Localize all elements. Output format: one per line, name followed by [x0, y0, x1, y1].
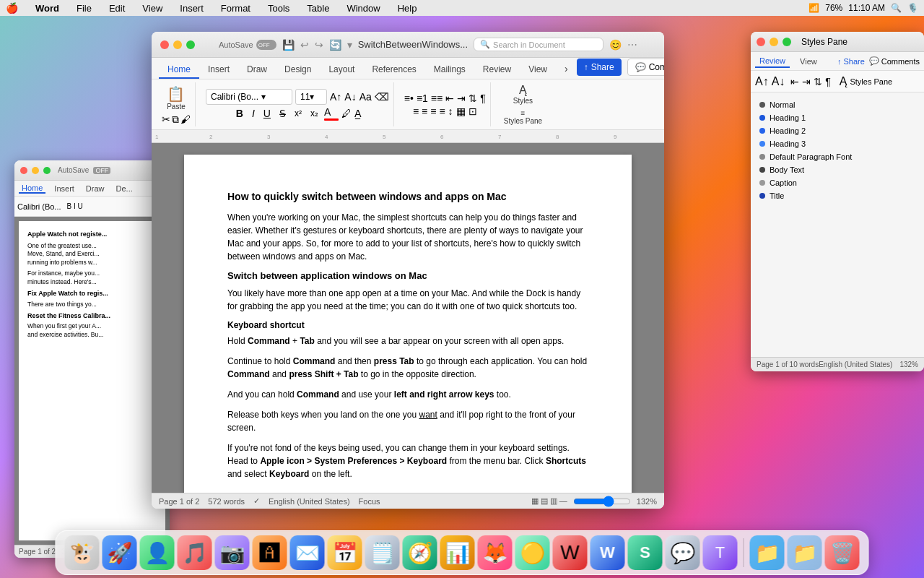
sort-button[interactable]: ⇅ — [468, 92, 477, 104]
minimize-btn[interactable] — [173, 40, 182, 49]
font-selector[interactable]: Calibri (Bo... ▾ — [206, 89, 292, 105]
align-right-button[interactable]: ≡ — [430, 105, 436, 117]
copy-icon[interactable]: ⧉ — [172, 113, 179, 126]
dock-calendar[interactable]: 📅 — [328, 535, 362, 570]
font-color-button[interactable]: A — [324, 106, 339, 121]
bg-maximize-btn[interactable] — [43, 167, 51, 174]
dock-word-app[interactable]: W — [590, 535, 625, 570]
tab-review[interactable]: Review — [474, 61, 520, 79]
tab-home[interactable]: Home — [159, 61, 199, 79]
dock-teams[interactable]: T — [703, 535, 738, 570]
bg-tab-draw[interactable]: Draw — [83, 184, 108, 193]
bold-button[interactable]: B — [233, 106, 246, 121]
tab-insert[interactable]: Insert — [199, 61, 238, 79]
tab-mailings[interactable]: Mailings — [425, 61, 474, 79]
autosave-toggle[interactable]: OFF — [256, 40, 276, 50]
decrease-indent-button[interactable]: ⇤ — [445, 92, 454, 104]
bg-tab-home[interactable]: Home — [19, 184, 45, 194]
shading-para-button[interactable]: ▦ — [456, 105, 466, 117]
font-grow-icon[interactable]: A↑ — [330, 91, 341, 103]
menu-tools[interactable]: Tools — [265, 3, 292, 14]
tab-references[interactable]: References — [363, 61, 424, 79]
bg-close-btn[interactable] — [20, 167, 27, 174]
dock-chrome[interactable]: 🟡 — [515, 535, 550, 570]
siri-icon[interactable]: 🎙️ — [907, 3, 918, 13]
dock-appstore[interactable]: 🅰 — [253, 535, 287, 570]
tab-view[interactable]: View — [520, 61, 556, 79]
sp-tab-view[interactable]: View — [796, 56, 821, 67]
tab-design[interactable]: Design — [276, 61, 320, 79]
dock-word[interactable]: W — [553, 535, 588, 570]
sp-tab-review[interactable]: Review — [755, 55, 790, 68]
document-area[interactable]: How to quickly switch between windows an… — [152, 143, 664, 493]
font-aa-icon[interactable]: Aa — [359, 91, 372, 103]
line-spacing-button[interactable]: ↕ — [448, 105, 453, 117]
style-title[interactable]: Title — [757, 189, 918, 202]
italic-button[interactable]: I — [249, 106, 258, 121]
format-painter-icon[interactable]: 🖌 — [180, 113, 191, 126]
bg-minimize-btn[interactable] — [32, 167, 39, 174]
sp-minimize-btn[interactable] — [770, 38, 778, 46]
styles-button[interactable]: Ą Styles — [510, 82, 536, 106]
more-icon[interactable]: ⋯ — [627, 39, 637, 51]
dock-excel[interactable]: 📊 — [440, 535, 475, 570]
dock-photos[interactable]: 📷 — [215, 535, 250, 570]
share-button[interactable]: ↑ Share — [577, 59, 622, 76]
smiley-icon[interactable]: 😊 — [609, 39, 622, 51]
dock-contacts[interactable]: 👤 — [140, 535, 175, 570]
dock-safari[interactable]: 🧭 — [403, 535, 437, 570]
menu-format[interactable]: Format — [218, 3, 253, 14]
align-left-button[interactable]: ≡ — [413, 105, 419, 117]
bullets-button[interactable]: ≡• — [404, 92, 414, 104]
toolbar-save-icon[interactable]: 💾 — [282, 39, 295, 51]
justify-button[interactable]: ≡ — [439, 105, 445, 117]
shading-button[interactable]: A̲ — [354, 108, 362, 119]
dock-spotify[interactable]: S — [628, 535, 663, 570]
bg-tab-design[interactable]: De... — [113, 184, 136, 193]
show-formatting-button[interactable]: ¶ — [480, 92, 486, 104]
dock-folder2[interactable]: 📁 — [788, 535, 822, 570]
search-box[interactable]: 🔍 Search in Document — [474, 38, 603, 51]
focus-btn[interactable]: Focus — [359, 497, 380, 506]
dock-trash[interactable]: 🗑️ — [825, 535, 860, 570]
maximize-btn[interactable] — [186, 40, 195, 49]
toolbar-undo-icon[interactable]: ↩ — [300, 39, 309, 51]
sp-para-icon[interactable]: ¶ — [825, 76, 831, 87]
style-default[interactable]: Default Paragraph Font — [757, 150, 918, 163]
paste-button[interactable]: 📋 Paste — [164, 84, 188, 112]
tab-layout[interactable]: Layout — [320, 61, 363, 79]
text-highlight-button[interactable]: 🖊 — [341, 108, 352, 119]
dock-folder1[interactable]: 📁 — [750, 535, 785, 570]
menu-help[interactable]: Help — [395, 3, 420, 14]
cut-icon[interactable]: ✂ — [162, 113, 170, 126]
sp-share-btn[interactable]: ↑ Share — [837, 56, 865, 66]
toolbar-redo-icon[interactable]: ↪ — [315, 39, 323, 51]
sp-styles-icon[interactable]: Ą — [840, 75, 847, 88]
close-btn[interactable] — [160, 40, 169, 49]
sp-sort-icon[interactable]: ⇅ — [814, 76, 822, 87]
bg-font[interactable]: Calibri (Bo... — [17, 202, 61, 211]
sp-close-btn[interactable] — [757, 38, 765, 46]
superscript-button[interactable]: x² — [292, 107, 305, 120]
strikethrough-button[interactable]: S̶ — [276, 106, 289, 121]
style-body[interactable]: Body Text — [757, 163, 918, 176]
font-shrink-icon[interactable]: A↓ — [344, 91, 356, 103]
dock-mail[interactable]: ✉️ — [290, 535, 325, 570]
sp-comments-btn[interactable]: 💬 Comments — [869, 56, 920, 66]
font-size-selector[interactable]: 11 ▾ — [295, 89, 327, 105]
increase-indent-button[interactable]: ⇥ — [457, 92, 466, 104]
tab-draw[interactable]: Draw — [238, 61, 276, 79]
clear-format-icon[interactable]: ⌫ — [375, 91, 389, 103]
multilevel-button[interactable]: ≡≡ — [431, 92, 443, 104]
borders-button[interactable]: ⊡ — [468, 105, 477, 117]
menu-insert[interactable]: Insert — [177, 3, 206, 14]
bg-tab-insert[interactable]: Insert — [51, 184, 77, 193]
apple-menu[interactable]: 🍎 — [6, 2, 18, 14]
dock-messages[interactable]: 💬 — [666, 535, 700, 570]
dock-firefox[interactable]: 🦊 — [478, 535, 513, 570]
dock-music[interactable]: 🎵 — [178, 535, 212, 570]
menu-view[interactable]: View — [139, 3, 165, 14]
numbering-button[interactable]: ≡1 — [417, 92, 428, 104]
align-center-button[interactable]: ≡ — [422, 105, 427, 117]
style-h1[interactable]: Heading 1 — [757, 111, 918, 124]
